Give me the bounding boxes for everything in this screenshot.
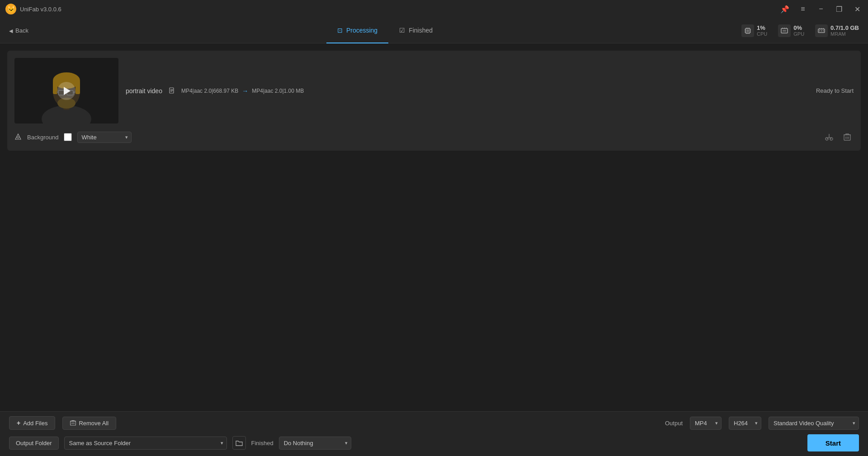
finished-label: Finished xyxy=(251,440,274,446)
file-icon xyxy=(169,87,175,95)
background-color-select-wrapper: White Black Custom xyxy=(77,132,132,143)
app-title: UniFab v3.0.0.6 xyxy=(20,6,61,13)
window-controls: 📌 ≡ − ❐ ✕ xyxy=(779,4,863,14)
arrow-icon: → xyxy=(242,87,248,95)
svg-rect-15 xyxy=(783,30,786,32)
output-format: MP4|aac 2.0|1.00 MB xyxy=(252,88,304,94)
mram-stat: 0.7/1.0 GB MRAM xyxy=(815,24,859,37)
gpu-stat: 0% GPU xyxy=(778,24,804,37)
output-quality-select[interactable]: Standard Video Quality High Video Qualit… xyxy=(769,417,859,430)
delete-button[interactable] xyxy=(841,131,854,143)
menu-button[interactable]: ≡ xyxy=(797,4,808,14)
mram-icon xyxy=(815,24,828,37)
main-content: portrait video MP4|aac 2.0|668.97 KB → M… xyxy=(0,43,868,411)
pin-button[interactable]: 📌 xyxy=(779,4,790,14)
trash-icon xyxy=(70,420,76,426)
svg-rect-20 xyxy=(819,30,820,32)
finished-action-select[interactable]: Do Nothing Shut Down Sleep xyxy=(279,437,351,450)
background-settings: Background White Black Custom xyxy=(14,132,132,143)
app-logo: 🐱 xyxy=(5,4,16,14)
background-color-swatch[interactable] xyxy=(64,133,72,141)
browse-folder-button[interactable] xyxy=(232,436,246,450)
finished-action-wrapper: Do Nothing Shut Down Sleep xyxy=(279,437,351,450)
tab-finished[interactable]: Finished xyxy=(388,18,443,43)
output-codec-select[interactable]: H264 H265 AV1 xyxy=(729,417,761,430)
processing-icon xyxy=(337,27,343,34)
cpu-label: CPU xyxy=(757,31,767,37)
svg-rect-1 xyxy=(746,29,749,32)
gpu-label: GPU xyxy=(793,31,804,37)
remove-all-label: Remove All xyxy=(79,420,108,427)
tab-processing-label: Processing xyxy=(346,27,377,34)
background-label: Background xyxy=(27,134,58,141)
title-bar: 🐱 UniFab v3.0.0.6 📌 ≡ − ❐ ✕ xyxy=(0,0,868,18)
folder-path-select[interactable]: Same as Source Folder Custom Folder... xyxy=(64,437,227,450)
svg-rect-21 xyxy=(821,30,822,32)
cpu-value: 1% xyxy=(757,24,767,31)
video-card-header: portrait video MP4|aac 2.0|668.97 KB → M… xyxy=(14,58,854,124)
output-quality-wrapper: Standard Video Quality High Video Qualit… xyxy=(769,417,859,430)
background-icon xyxy=(14,133,22,142)
cut-button[interactable] xyxy=(823,131,835,143)
play-button[interactable] xyxy=(57,82,75,100)
svg-point-44 xyxy=(17,137,19,138)
video-thumbnail[interactable] xyxy=(14,58,118,124)
cpu-icon xyxy=(741,24,754,37)
start-button[interactable]: Start xyxy=(807,434,859,451)
input-format: MP4|aac 2.0|668.97 KB xyxy=(181,88,238,94)
tab-finished-label: Finished xyxy=(409,27,433,34)
mram-label: MRAM xyxy=(830,31,859,37)
header-nav: Back Processing Finished xyxy=(0,18,868,43)
remove-all-button[interactable]: Remove All xyxy=(62,417,116,430)
background-color-select[interactable]: White Black Custom xyxy=(77,132,132,143)
video-name: portrait video xyxy=(126,87,162,95)
output-format-select[interactable]: MP4 MKV AVI MOV xyxy=(690,417,722,430)
nav-tabs: Processing Finished xyxy=(326,18,443,43)
back-icon xyxy=(9,27,13,34)
video-meta: portrait video MP4|aac 2.0|668.97 KB → M… xyxy=(126,87,854,95)
output-format-wrapper: MP4 MKV AVI MOV xyxy=(690,417,722,430)
restore-button[interactable]: ❐ xyxy=(834,4,844,14)
finished-icon xyxy=(399,27,405,34)
bottom-row2: Output Folder Same as Source Folder Cust… xyxy=(9,434,859,451)
video-status: Ready to Start xyxy=(816,87,854,94)
back-button[interactable]: Back xyxy=(9,27,28,34)
folder-icon xyxy=(236,440,243,446)
settings-row: Background White Black Custom xyxy=(14,131,854,143)
cpu-stat: 1% CPU xyxy=(741,24,767,37)
output-label: Output xyxy=(665,420,683,427)
bottom-bar: + Add Files Remove All Output MP4 MKV AV… xyxy=(0,411,868,456)
folder-path-wrapper: Same as Source Folder Custom Folder... xyxy=(64,437,227,450)
plus-icon: + xyxy=(17,419,20,427)
minimize-button[interactable]: − xyxy=(816,4,826,14)
svg-rect-22 xyxy=(823,30,824,32)
gpu-icon xyxy=(778,24,791,37)
gpu-value: 0% xyxy=(793,24,804,31)
add-files-button[interactable]: + Add Files xyxy=(9,416,55,430)
add-files-label: Add Files xyxy=(23,420,47,427)
card-actions xyxy=(823,131,854,143)
video-card: portrait video MP4|aac 2.0|668.97 KB → M… xyxy=(7,51,861,151)
bottom-row1: + Add Files Remove All Output MP4 MKV AV… xyxy=(9,416,859,430)
tab-processing[interactable]: Processing xyxy=(326,18,388,43)
output-folder-label: Output Folder xyxy=(9,437,59,450)
output-codec-wrapper: H264 H265 AV1 xyxy=(729,417,761,430)
mram-value: 0.7/1.0 GB xyxy=(830,24,859,31)
stats-area: 1% CPU 0% GPU xyxy=(741,24,859,37)
close-button[interactable]: ✕ xyxy=(852,4,863,14)
svg-rect-32 xyxy=(75,81,80,94)
video-title-row: portrait video MP4|aac 2.0|668.97 KB → M… xyxy=(126,87,854,95)
back-label: Back xyxy=(15,27,28,34)
